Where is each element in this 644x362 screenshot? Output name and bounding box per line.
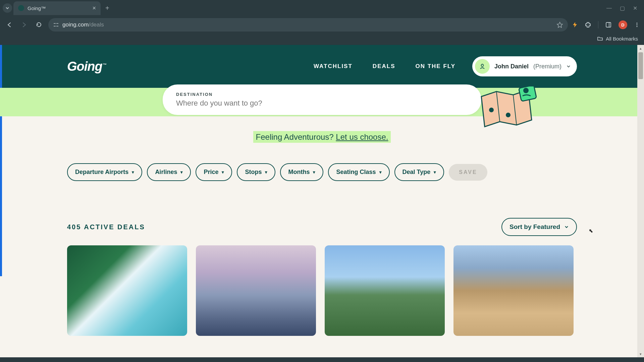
destination-search-card[interactable]: DESTINATION — [163, 84, 481, 115]
deal-card[interactable] — [67, 245, 187, 336]
tab-close-button[interactable]: × — [92, 5, 96, 12]
nav-watchlist[interactable]: WATCHLIST — [314, 63, 353, 70]
cursor-icon: ⬉ — [589, 228, 593, 234]
svg-rect-4 — [606, 22, 611, 27]
nav-on-the-fly[interactable]: ON THE FLY — [415, 63, 455, 70]
deal-card[interactable] — [196, 245, 316, 336]
svg-point-13 — [489, 108, 494, 112]
window-controls: — ▢ ✕ — [606, 5, 641, 11]
adventure-text: Feeling Adventurous? — [256, 132, 336, 141]
scroll-thumb[interactable] — [638, 52, 643, 79]
site-header: Going™ WATCHLIST DEALS ON THE FLY John D… — [0, 45, 644, 88]
svg-point-14 — [506, 113, 511, 117]
svg-point-9 — [481, 64, 483, 67]
profile-avatar[interactable]: D — [619, 20, 627, 29]
adventure-link[interactable]: Let us choose. — [336, 132, 388, 141]
toolbar-icons: D — [572, 20, 640, 29]
chevron-down-icon — [5, 6, 9, 10]
all-bookmarks-button[interactable]: All Bookmarks — [597, 36, 638, 42]
close-window-button[interactable]: ✕ — [633, 5, 637, 11]
user-menu[interactable]: John Daniel (Premium) — [472, 56, 577, 76]
map-illustration-icon — [476, 86, 537, 137]
divider — [598, 21, 598, 28]
page: Going™ WATCHLIST DEALS ON THE FLY John D… — [0, 45, 644, 357]
sort-dropdown[interactable]: Sort by Featured — [501, 218, 577, 236]
search-label: DESTINATION — [176, 92, 468, 97]
scrollbar[interactable]: ▴ ▾ — [637, 45, 644, 357]
save-button[interactable]: SAVE — [449, 164, 487, 181]
side-accent — [0, 45, 2, 276]
svg-point-6 — [636, 22, 637, 23]
extension-bolt-icon[interactable] — [572, 22, 578, 28]
deal-image — [196, 245, 316, 336]
chevron-down-icon: ▾ — [132, 170, 134, 175]
svg-point-16 — [523, 88, 529, 93]
back-button[interactable] — [4, 19, 15, 30]
tab-bar: Going™ × + — ▢ ✕ — [0, 0, 644, 16]
destination-input[interactable] — [176, 99, 468, 108]
deal-image — [453, 245, 574, 336]
site-settings-icon[interactable] — [53, 22, 59, 28]
folder-icon — [597, 36, 603, 42]
filters-row: Departure Airports▾ Airlines▾ Price▾ Sto… — [0, 151, 644, 181]
chevron-down-icon: ▾ — [222, 170, 224, 175]
browser-tab[interactable]: Going™ × — [13, 1, 101, 15]
bookmark-star-icon[interactable] — [556, 21, 563, 28]
scroll-down-button[interactable]: ▾ — [637, 351, 644, 357]
chevron-down-icon: ▾ — [265, 170, 267, 175]
chevron-down-icon: ▾ — [379, 170, 382, 175]
tab-search-button[interactable] — [3, 3, 12, 13]
chevron-down-icon: ▾ — [180, 170, 183, 175]
filter-stops[interactable]: Stops▾ — [237, 163, 275, 181]
forward-button[interactable] — [19, 19, 30, 30]
svg-point-7 — [636, 24, 637, 25]
user-avatar-icon — [475, 59, 490, 74]
filter-airlines[interactable]: Airlines▾ — [147, 163, 191, 181]
filter-months[interactable]: Months▾ — [280, 163, 323, 181]
browser-chrome: Going™ × + — ▢ ✕ going.com/deals — [0, 0, 644, 45]
search-band: DESTINATION — [0, 88, 644, 116]
svg-rect-0 — [54, 23, 56, 24]
favicon-icon — [18, 5, 24, 11]
user-tier: (Premium) — [533, 63, 561, 70]
deal-card[interactable] — [325, 245, 445, 336]
bookmarks-bar: All Bookmarks — [0, 34, 644, 45]
tab-title: Going™ — [28, 5, 46, 11]
extensions-icon[interactable] — [585, 21, 591, 28]
svg-point-8 — [636, 26, 637, 27]
maximize-button[interactable]: ▢ — [620, 5, 625, 11]
svg-rect-1 — [56, 23, 58, 24]
filter-price[interactable]: Price▾ — [196, 163, 232, 181]
filter-departure-airports[interactable]: Departure Airports▾ — [67, 163, 142, 181]
filter-seating-class[interactable]: Seating Class▾ — [328, 163, 389, 181]
scroll-up-button[interactable]: ▴ — [637, 45, 644, 52]
reload-button[interactable] — [34, 19, 44, 30]
logo[interactable]: Going™ — [67, 59, 106, 74]
new-tab-button[interactable]: + — [102, 3, 113, 13]
chevron-down-icon — [564, 225, 569, 229]
nav-deals[interactable]: DEALS — [373, 63, 395, 70]
address-bar: going.com/deals D — [0, 16, 644, 34]
deal-image — [67, 245, 187, 336]
svg-rect-3 — [56, 26, 58, 26]
chevron-down-icon — [566, 64, 571, 69]
chevron-down-icon: ▾ — [434, 170, 436, 175]
url-text: going.com/deals — [62, 21, 104, 28]
results-header: 405 ACTIVE DEALS Sort by Featured — [0, 181, 644, 245]
url-bar[interactable]: going.com/deals — [48, 18, 568, 32]
deal-image — [325, 245, 445, 336]
svg-rect-2 — [54, 26, 56, 26]
deals-grid — [0, 245, 644, 336]
bookmarks-label: All Bookmarks — [606, 36, 638, 42]
filter-deal-type[interactable]: Deal Type▾ — [394, 163, 444, 181]
deals-count: 405 ACTIVE DEALS — [67, 223, 145, 231]
user-name: John Daniel — [494, 63, 529, 70]
minimize-button[interactable]: — — [606, 5, 612, 11]
chevron-down-icon: ▾ — [313, 170, 315, 175]
menu-icon[interactable] — [634, 22, 640, 28]
deal-card[interactable] — [453, 245, 574, 336]
adventure-prompt: Feeling Adventurous? Let us choose. — [0, 116, 644, 151]
sidepanel-icon[interactable] — [605, 21, 612, 28]
nav-links: WATCHLIST DEALS ON THE FLY — [314, 63, 455, 70]
